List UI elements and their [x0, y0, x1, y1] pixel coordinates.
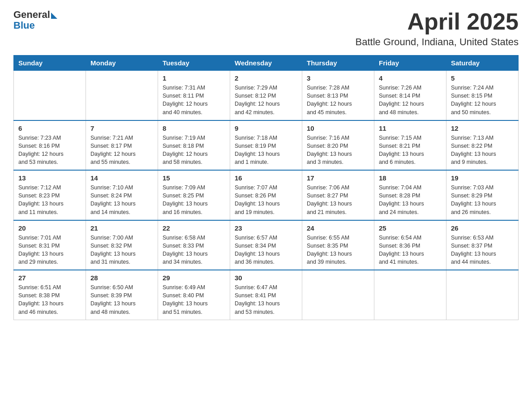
day-number: 7 — [90, 124, 153, 132]
calendar-cell: 19Sunrise: 7:03 AMSunset: 8:29 PMDayligh… — [446, 170, 519, 220]
calendar-cell: 24Sunrise: 6:55 AMSunset: 8:35 PMDayligh… — [302, 220, 374, 270]
day-info: Sunrise: 7:09 AMSunset: 8:25 PMDaylight:… — [163, 184, 225, 216]
day-number: 1 — [163, 74, 225, 82]
day-info: Sunrise: 7:00 AMSunset: 8:32 PMDaylight:… — [90, 234, 153, 266]
calendar-cell: 13Sunrise: 7:12 AMSunset: 8:23 PMDayligh… — [14, 170, 86, 220]
calendar-cell: 26Sunrise: 6:53 AMSunset: 8:37 PMDayligh… — [446, 220, 519, 270]
day-info: Sunrise: 7:06 AMSunset: 8:27 PMDaylight:… — [307, 184, 369, 216]
col-friday: Friday — [374, 56, 446, 71]
day-number: 5 — [451, 74, 514, 82]
day-info: Sunrise: 6:50 AMSunset: 8:39 PMDaylight:… — [90, 283, 153, 316]
calendar-cell: 18Sunrise: 7:04 AMSunset: 8:28 PMDayligh… — [374, 170, 446, 220]
calendar-cell: 25Sunrise: 6:54 AMSunset: 8:36 PMDayligh… — [374, 220, 446, 270]
day-info: Sunrise: 6:58 AMSunset: 8:33 PMDaylight:… — [163, 234, 225, 266]
day-info: Sunrise: 6:54 AMSunset: 8:36 PMDaylight:… — [379, 234, 442, 266]
day-number: 28 — [90, 274, 153, 282]
logo-blue-text: Blue — [13, 20, 35, 31]
page-title: April 2025 — [356, 9, 519, 34]
day-number: 4 — [379, 74, 442, 82]
day-info: Sunrise: 7:01 AMSunset: 8:31 PMDaylight:… — [18, 234, 81, 266]
day-number: 12 — [451, 124, 514, 132]
calendar-cell: 30Sunrise: 6:47 AMSunset: 8:41 PMDayligh… — [230, 270, 302, 320]
calendar-cell: 8Sunrise: 7:19 AMSunset: 8:18 PMDaylight… — [158, 120, 230, 171]
col-sunday: Sunday — [14, 56, 86, 71]
day-number: 11 — [379, 124, 442, 132]
calendar-cell: 1Sunrise: 7:31 AMSunset: 8:11 PMDaylight… — [158, 71, 230, 120]
day-number: 15 — [163, 174, 225, 182]
day-info: Sunrise: 6:55 AMSunset: 8:35 PMDaylight:… — [307, 234, 369, 266]
calendar-cell: 10Sunrise: 7:16 AMSunset: 8:20 PMDayligh… — [302, 120, 374, 171]
day-info: Sunrise: 6:57 AMSunset: 8:34 PMDaylight:… — [235, 234, 297, 266]
day-info: Sunrise: 6:49 AMSunset: 8:40 PMDaylight:… — [163, 283, 225, 316]
calendar-cell: 9Sunrise: 7:18 AMSunset: 8:19 PMDaylight… — [230, 120, 302, 171]
calendar-week-row: 20Sunrise: 7:01 AMSunset: 8:31 PMDayligh… — [14, 220, 519, 270]
day-info: Sunrise: 7:16 AMSunset: 8:20 PMDaylight:… — [307, 134, 369, 167]
calendar-cell: 2Sunrise: 7:29 AMSunset: 8:12 PMDaylight… — [230, 71, 302, 120]
calendar-cell: 17Sunrise: 7:06 AMSunset: 8:27 PMDayligh… — [302, 170, 374, 220]
day-number: 2 — [235, 74, 297, 82]
col-wednesday: Wednesday — [230, 56, 302, 71]
col-saturday: Saturday — [446, 56, 519, 71]
day-number: 24 — [307, 224, 369, 232]
calendar-cell: 12Sunrise: 7:13 AMSunset: 8:22 PMDayligh… — [446, 120, 519, 171]
calendar-cell — [14, 71, 86, 120]
day-number: 13 — [18, 174, 81, 182]
day-info: Sunrise: 7:07 AMSunset: 8:26 PMDaylight:… — [235, 184, 297, 216]
calendar-cell — [374, 270, 446, 320]
calendar-cell: 28Sunrise: 6:50 AMSunset: 8:39 PMDayligh… — [86, 270, 158, 320]
calendar-cell: 7Sunrise: 7:21 AMSunset: 8:17 PMDaylight… — [86, 120, 158, 171]
day-info: Sunrise: 7:23 AMSunset: 8:16 PMDaylight:… — [18, 134, 81, 167]
calendar-week-row: 6Sunrise: 7:23 AMSunset: 8:16 PMDaylight… — [14, 120, 519, 171]
calendar-table: Sunday Monday Tuesday Wednesday Thursday… — [13, 55, 519, 320]
day-info: Sunrise: 6:51 AMSunset: 8:38 PMDaylight:… — [18, 283, 81, 316]
day-info: Sunrise: 7:13 AMSunset: 8:22 PMDaylight:… — [451, 134, 514, 167]
day-info: Sunrise: 7:29 AMSunset: 8:12 PMDaylight:… — [235, 84, 297, 116]
day-number: 8 — [163, 124, 225, 132]
day-number: 16 — [235, 174, 297, 182]
calendar-cell — [446, 270, 519, 320]
day-number: 18 — [379, 174, 442, 182]
day-info: Sunrise: 7:28 AMSunset: 8:13 PMDaylight:… — [307, 84, 369, 116]
day-number: 26 — [451, 224, 514, 232]
calendar-cell: 6Sunrise: 7:23 AMSunset: 8:16 PMDaylight… — [14, 120, 86, 171]
day-number: 17 — [307, 174, 369, 182]
day-number: 10 — [307, 124, 369, 132]
day-info: Sunrise: 6:53 AMSunset: 8:37 PMDaylight:… — [451, 234, 514, 266]
day-number: 19 — [451, 174, 514, 182]
calendar-cell: 21Sunrise: 7:00 AMSunset: 8:32 PMDayligh… — [86, 220, 158, 270]
day-number: 22 — [163, 224, 225, 232]
day-info: Sunrise: 7:26 AMSunset: 8:14 PMDaylight:… — [379, 84, 442, 116]
day-number: 30 — [235, 274, 297, 282]
day-info: Sunrise: 7:04 AMSunset: 8:28 PMDaylight:… — [379, 184, 442, 216]
day-number: 25 — [379, 224, 442, 232]
calendar-cell: 14Sunrise: 7:10 AMSunset: 8:24 PMDayligh… — [86, 170, 158, 220]
day-info: Sunrise: 7:10 AMSunset: 8:24 PMDaylight:… — [90, 184, 153, 216]
day-number: 23 — [235, 224, 297, 232]
page-header: General Blue April 2025 Battle Ground, I… — [13, 9, 519, 48]
day-info: Sunrise: 7:24 AMSunset: 8:15 PMDaylight:… — [451, 84, 514, 116]
day-number: 3 — [307, 74, 369, 82]
calendar-cell: 11Sunrise: 7:15 AMSunset: 8:21 PMDayligh… — [374, 120, 446, 171]
page-subtitle: Battle Ground, Indiana, United States — [356, 36, 519, 48]
col-thursday: Thursday — [302, 56, 374, 71]
calendar-cell: 27Sunrise: 6:51 AMSunset: 8:38 PMDayligh… — [14, 270, 86, 320]
col-monday: Monday — [86, 56, 158, 71]
calendar-cell: 23Sunrise: 6:57 AMSunset: 8:34 PMDayligh… — [230, 220, 302, 270]
day-number: 6 — [18, 124, 81, 132]
day-number: 27 — [18, 274, 81, 282]
day-number: 14 — [90, 174, 153, 182]
calendar-cell: 29Sunrise: 6:49 AMSunset: 8:40 PMDayligh… — [158, 270, 230, 320]
logo-triangle-icon — [51, 13, 57, 19]
logo: General Blue — [13, 9, 57, 31]
title-block: April 2025 Battle Ground, Indiana, Unite… — [356, 9, 519, 48]
day-info: Sunrise: 7:12 AMSunset: 8:23 PMDaylight:… — [18, 184, 81, 216]
calendar-cell — [86, 71, 158, 120]
day-info: Sunrise: 7:03 AMSunset: 8:29 PMDaylight:… — [451, 184, 514, 216]
calendar-week-row: 13Sunrise: 7:12 AMSunset: 8:23 PMDayligh… — [14, 170, 519, 220]
day-info: Sunrise: 7:21 AMSunset: 8:17 PMDaylight:… — [90, 134, 153, 167]
day-number: 20 — [18, 224, 81, 232]
day-info: Sunrise: 7:18 AMSunset: 8:19 PMDaylight:… — [235, 134, 297, 167]
day-info: Sunrise: 7:31 AMSunset: 8:11 PMDaylight:… — [163, 84, 225, 116]
calendar-cell: 20Sunrise: 7:01 AMSunset: 8:31 PMDayligh… — [14, 220, 86, 270]
col-tuesday: Tuesday — [158, 56, 230, 71]
